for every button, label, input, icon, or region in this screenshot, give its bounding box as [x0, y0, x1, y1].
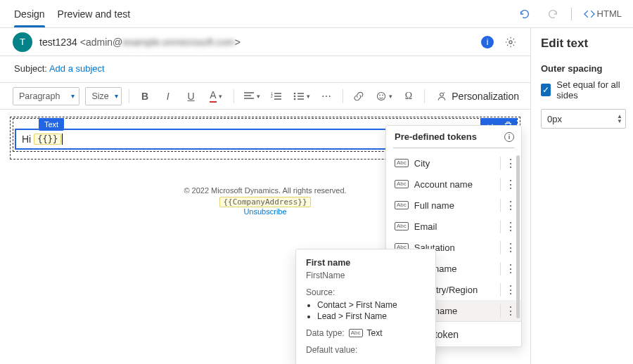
svg-point-6: [377, 92, 385, 100]
link-icon: [353, 91, 364, 102]
token-item[interactable]: AbcFull name⋮: [386, 195, 521, 216]
subject-placeholder[interactable]: Add a subject: [49, 63, 105, 74]
token-item-more[interactable]: ⋮: [500, 199, 516, 212]
token-item[interactable]: AbcCity⋮: [386, 152, 521, 174]
undo-icon: [518, 8, 531, 20]
html-source-button[interactable]: HTML: [580, 4, 625, 24]
sender-email: <admin@example.onmicrosoft.com>: [80, 37, 241, 48]
redo-icon: [546, 8, 559, 20]
token-item-label: City: [414, 158, 430, 169]
token-item-more[interactable]: ⋮: [500, 304, 516, 318]
top-actions: HTML: [515, 4, 625, 24]
spacing-value: 0px: [547, 114, 562, 124]
personalization-label: Personalization: [452, 91, 519, 102]
omega-icon: Ω: [405, 91, 412, 102]
svg-point-7: [379, 94, 381, 96]
tab-design[interactable]: Design: [14, 0, 45, 27]
token-item-label: Account name: [414, 179, 473, 190]
overflow-button[interactable]: ⋯: [318, 86, 335, 106]
detail-source-label: Source:: [306, 287, 426, 297]
token-item[interactable]: AbcAccount name⋮: [386, 174, 521, 195]
text-field-icon: Abc: [395, 222, 409, 230]
bulleted-list-button[interactable]: ▾: [291, 86, 312, 106]
bold-button[interactable]: B: [136, 86, 154, 106]
tab-preview-label: Preview and test: [58, 8, 131, 20]
font-color-button[interactable]: A▾: [205, 86, 226, 106]
empty-token[interactable]: {{}}: [34, 134, 61, 145]
detail-apiname: FirstName: [306, 271, 426, 280]
properties-panel: Edit text Outer spacing ✓ Set equal for …: [530, 28, 633, 364]
spacing-spinner[interactable]: 0px ▲ ▼: [541, 109, 626, 129]
checkbox-checked-icon[interactable]: ✓: [541, 84, 551, 96]
scrollbar[interactable]: [516, 155, 520, 318]
link-button[interactable]: [350, 86, 368, 106]
block-type-pill: Text: [39, 118, 64, 131]
chevron-down-icon: ▾: [71, 92, 75, 100]
tab-preview[interactable]: Preview and test: [58, 0, 131, 27]
token-item[interactable]: AbcEmail⋮: [386, 216, 521, 237]
properties-title: Edit text: [541, 37, 626, 51]
equal-spacing-row[interactable]: ✓ Set equal for all sides: [541, 79, 626, 100]
text-field-icon: Abc: [395, 180, 409, 188]
sender-name[interactable]: test1234: [39, 37, 77, 48]
token-item-more[interactable]: ⋮: [500, 178, 516, 191]
top-tab-bar: Design Preview and test HTML: [0, 0, 633, 28]
detail-source-item: Lead > First Name: [317, 311, 426, 321]
tokens-search[interactable]: [393, 148, 514, 148]
spinner-down[interactable]: ▼: [617, 119, 622, 124]
svg-text:2: 2: [271, 94, 273, 98]
detail-default-label: Default value:: [306, 345, 426, 355]
align-left-icon: [243, 91, 255, 101]
info-badge[interactable]: i: [481, 36, 494, 48]
detail-source-item: Contact > First Name: [317, 300, 426, 310]
font-size-select[interactable]: Size▾: [85, 87, 121, 105]
paragraph-style-select[interactable]: Paragraph▾: [13, 87, 79, 105]
outer-spacing-header: Outer spacing: [541, 63, 626, 74]
underline-button[interactable]: U: [182, 86, 200, 106]
formatting-toolbar: Paragraph▾ Size▾ B I U A▾ ▾ 12 ▾ ⋯ ▾ Ω *…: [0, 83, 530, 110]
settings-button[interactable]: [501, 32, 520, 52]
undo-button[interactable]: [515, 4, 535, 24]
subject-row: Subject: Add a subject: [0, 56, 530, 83]
sender-avatar[interactable]: T: [13, 32, 32, 52]
text-type-icon: Abc: [349, 329, 363, 337]
tab-design-label: Design: [14, 8, 45, 20]
special-char-button[interactable]: Ω: [400, 86, 418, 106]
detail-datatype-value: Text: [367, 328, 383, 338]
detail-source-list: Contact > First Name Lead > First Name: [317, 300, 426, 321]
token-detail-card: First name FirstName Source: Contact > F…: [295, 249, 436, 364]
chevron-down-icon: ▾: [115, 92, 118, 100]
detail-datatype-label: Data type:: [306, 328, 345, 338]
avatar-initial: T: [20, 37, 25, 47]
token-item-more[interactable]: ⋮: [500, 157, 516, 170]
text-content: Hi: [22, 134, 31, 145]
gear-icon: [504, 36, 517, 48]
emoji-button[interactable]: ▾: [373, 86, 394, 106]
numbered-list-button[interactable]: 12: [268, 86, 286, 106]
svg-point-4: [294, 95, 296, 97]
text-caret: [62, 134, 63, 145]
emoji-icon: [376, 91, 387, 102]
token-item-more[interactable]: ⋮: [500, 262, 516, 275]
info-icon[interactable]: i: [504, 132, 514, 142]
person-icon: *: [436, 91, 447, 102]
token-item-more[interactable]: ⋮: [500, 220, 516, 233]
company-address-token[interactable]: {{CompanyAddress}}: [219, 197, 310, 207]
align-button[interactable]: ▾: [241, 86, 262, 106]
personalization-button[interactable]: * Personalization: [432, 86, 523, 106]
subject-label: Subject:: [14, 63, 47, 74]
list-ol-icon: 12: [271, 91, 282, 101]
italic-button[interactable]: I: [159, 86, 177, 106]
tokens-panel-title: Pre-defined tokens: [395, 131, 477, 142]
svg-text:*: *: [444, 91, 446, 95]
token-item-more[interactable]: ⋮: [500, 241, 516, 254]
unsubscribe-link[interactable]: Unsubscribe: [243, 207, 286, 216]
tab-list: Design Preview and test: [14, 0, 130, 27]
html-source-label: HTML: [597, 8, 622, 19]
redo-button[interactable]: [543, 4, 563, 24]
token-item-more[interactable]: ⋮: [500, 283, 516, 297]
token-item-label: Full name: [414, 200, 454, 211]
detail-title: First name: [306, 258, 426, 268]
svg-point-0: [509, 40, 512, 43]
text-field-icon: Abc: [395, 201, 409, 209]
